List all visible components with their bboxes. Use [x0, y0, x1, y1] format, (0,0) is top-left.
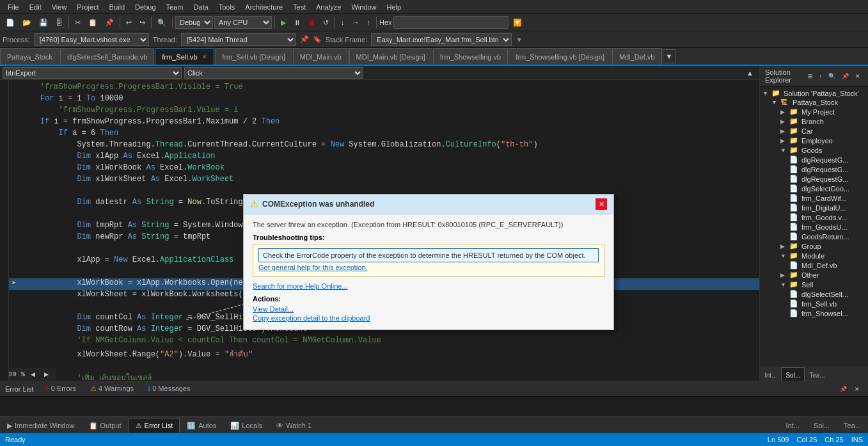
save-button[interactable]: 💾 [36, 17, 51, 29]
search-box[interactable] [393, 16, 509, 29]
tab-dlg-select-barcode[interactable]: dlgSelectSell_Barcode.vb [60, 48, 154, 65]
se-item-dlgsell[interactable]: 📄 dlgSelectSell... [760, 289, 868, 299]
menu-build[interactable]: Build [104, 2, 130, 12]
se-item-branch[interactable]: ▶ 📁 Branch [760, 116, 868, 126]
bottom-tab-errorlist[interactable]: ⚠ Error List [129, 418, 180, 433]
tab-frm-showselling-design[interactable]: frm_Showselling.vb [Design] [509, 48, 612, 65]
se-item-myproject[interactable]: ▶ 📁 My Project [760, 107, 868, 116]
error-panel-pin[interactable]: 📌 [837, 384, 850, 394]
se-item-dlgreq1[interactable]: 📄 dlgRequestG... [760, 155, 868, 164]
cut-button[interactable]: ✂ [72, 17, 84, 29]
se-item-goodsreturn[interactable]: 📄 GoodsReturn... [760, 232, 868, 241]
menu-view[interactable]: View [47, 2, 72, 12]
menu-window[interactable]: Window [346, 2, 381, 12]
se-item-mdldef[interactable]: 📄 Mdl_Def.vb [760, 260, 868, 270]
se-tab-sol[interactable]: Sol... [781, 367, 805, 381]
menu-tools[interactable]: Tools [214, 2, 241, 12]
tab-mdi-main-design[interactable]: MDI_Main.vb [Design] [349, 48, 432, 65]
collapse-btn[interactable]: ▲ [743, 67, 757, 79]
se-item-sell[interactable]: ▼ 📁 Sell [760, 280, 868, 289]
menu-team[interactable]: Team [161, 2, 189, 12]
view-detail-link[interactable]: View Detail... [253, 305, 604, 313]
tab-pattaya-stock[interactable]: Pattaya_Stock [0, 48, 59, 65]
menu-file[interactable]: File [3, 2, 24, 12]
thread-dropdown[interactable]: [5424] Main Thread [181, 33, 296, 46]
step-into[interactable]: ↓ [338, 17, 348, 28]
object-selector[interactable]: btnExport [3, 67, 182, 79]
br-tab-int[interactable]: Int... [779, 418, 807, 433]
error-tab-errors[interactable]: ✕ 0 Errors [36, 383, 83, 395]
step-out[interactable]: ↑ [364, 17, 374, 28]
se-item-dlgreq3[interactable]: 📄 dlgRequestG... [760, 174, 868, 184]
search-go[interactable]: 🔽 [510, 17, 525, 29]
event-selector[interactable]: Click [184, 67, 363, 79]
start-button[interactable]: ▶ [278, 17, 289, 29]
tab-frm-sell[interactable]: frm_Sell.vb ✕ [155, 48, 214, 65]
menu-analyze[interactable]: Analyze [311, 2, 346, 12]
se-item-frmdigital[interactable]: 📄 frm_DigitalU... [760, 203, 868, 212]
se-tree[interactable]: ▼ 📁 Solution 'Pattaya_Stock' ▼ 🏗 Pattaya… [760, 87, 868, 367]
se-project[interactable]: ▼ 🏗 Pattaya_Stock [760, 98, 868, 107]
error-panel-close[interactable]: ✕ [851, 384, 863, 394]
se-toolbar-btn3[interactable]: 🔍 [826, 72, 838, 81]
zoom-increase[interactable]: ▶ [41, 369, 52, 379]
menu-help[interactable]: Help [382, 2, 407, 12]
tab-close-icon[interactable]: ✕ [202, 54, 207, 60]
se-item-dlgselgoo[interactable]: 📄 dlgSelectGoo... [760, 184, 868, 193]
zoom-decrease[interactable]: ◀ [28, 369, 38, 379]
se-item-frmshow[interactable]: 📄 frm_Showsel... [760, 308, 868, 318]
se-item-frmgoodsu[interactable]: 📄 frm_GoodsU... [760, 222, 868, 232]
menu-data[interactable]: Data [188, 2, 213, 12]
open-button[interactable]: 📂 [19, 17, 35, 29]
tab-mdi-main[interactable]: MDI_Main.vb [293, 48, 349, 65]
menu-debug[interactable]: Debug [130, 2, 161, 12]
step-over[interactable]: → [349, 17, 363, 28]
tab-overflow-button[interactable]: ▼ [663, 49, 676, 63]
se-item-frmcard[interactable]: 📄 frm_CardWif... [760, 193, 868, 203]
se-item-group[interactable]: ▶ 📁 Group [760, 241, 868, 251]
copy-exception-link[interactable]: Copy exception detail to the clipboard [253, 314, 604, 322]
debug-mode-dropdown[interactable]: Debug [175, 16, 213, 29]
restart-button[interactable]: ↺ [320, 17, 332, 29]
save-all-button[interactable]: 🗄 [52, 17, 66, 28]
dialog-close-button[interactable]: ✕ [596, 198, 607, 210]
bottom-tab-autos[interactable]: 🔢 Autos [180, 418, 223, 433]
bottom-tab-watch1[interactable]: 👁 Watch 1 [269, 418, 319, 433]
se-item-frmsell[interactable]: 📄 frm_Sell.vb [760, 299, 868, 308]
se-tab-tea[interactable]: Tea... [805, 367, 829, 381]
br-tab-sol[interactable]: Sol... [807, 418, 837, 433]
br-tab-tea[interactable]: Tea... [837, 418, 868, 433]
menu-test[interactable]: Test [288, 2, 311, 12]
se-toolbar-btn2[interactable]: ↑ [817, 72, 825, 81]
se-item-goods[interactable]: ▼ 📁 Goods [760, 145, 868, 155]
se-item-module[interactable]: ▼ 📁 Module [760, 251, 868, 260]
tab-frm-sell-design[interactable]: frm_Sell.vb [Design] [215, 48, 292, 65]
se-item-car[interactable]: ▶ 📁 Car [760, 126, 868, 136]
undo-button[interactable]: ↩ [123, 17, 135, 29]
menu-architecture[interactable]: Architecture [240, 2, 288, 12]
se-item-employee[interactable]: ▶ 📁 Employee [760, 136, 868, 145]
new-button[interactable]: 📄 [3, 17, 18, 29]
se-toolbar-btn1[interactable]: ⊞ [805, 72, 816, 81]
bottom-tab-locals[interactable]: 📊 Locals [223, 418, 269, 433]
copy-button[interactable]: 📋 [85, 17, 100, 29]
bottom-tab-output[interactable]: 📋 Output [82, 418, 129, 433]
error-tab-warnings[interactable]: ⚠ 4 Warnings [83, 383, 141, 395]
process-dropdown[interactable]: [4760] Easy_Mart.vshost.exe [34, 33, 149, 46]
menu-edit[interactable]: Edit [24, 2, 47, 12]
error-tab-messages[interactable]: ℹ 0 Messages [141, 383, 197, 395]
menu-project[interactable]: Project [72, 2, 104, 12]
se-solution-root[interactable]: ▼ 📁 Solution 'Pattaya_Stock' [760, 88, 868, 98]
stack-dropdown[interactable]: Easy_Mart.exe!Easy_Mart.frm_Sell.btnExpo [371, 33, 512, 46]
se-close-btn[interactable]: ✕ [853, 72, 863, 81]
se-tab-int[interactable]: Int... [760, 367, 781, 381]
se-item-other[interactable]: ▶ 📁 Other [760, 270, 868, 280]
se-item-frmgoods[interactable]: 📄 frm_Goods.v... [760, 212, 868, 222]
bottom-tab-immediate[interactable]: ▶ Immediate Window [0, 418, 82, 433]
com-exception-dialog[interactable]: ⚠ COMException was unhandled ✕ The serve… [243, 194, 614, 330]
cpu-dropdown[interactable]: Any CPU [214, 16, 272, 29]
tip-link[interactable]: Get general help for this exception. [258, 264, 599, 271]
stop-button[interactable]: ⏹ [305, 17, 319, 28]
find-button[interactable]: 🔍 [154, 17, 170, 29]
redo-button[interactable]: ↪ [136, 17, 148, 29]
